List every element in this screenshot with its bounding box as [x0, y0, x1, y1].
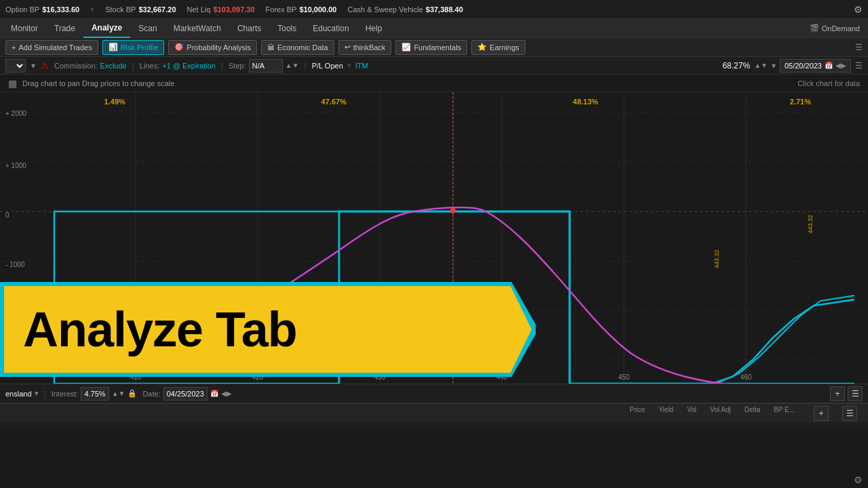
forex-bp: Forex BP $10,000.00 [266, 5, 337, 14]
callout-inner: Analyze Tab [4, 286, 532, 373]
step-field: Step: ▲▼ [229, 59, 298, 73]
menu-col-button[interactable]: ☰ [842, 406, 857, 421]
dropdown-arrow-icon: ▾ [31, 61, 35, 70]
nav-marketwatch[interactable]: MarketWatch [165, 19, 229, 38]
date-picker-button[interactable]: 05/20/2023 📅 ◀▶ [780, 59, 851, 73]
pl-open-label: P/L Open [312, 62, 343, 70]
svg-text:443.32: 443.32 [713, 249, 720, 268]
date-field: Date: 04/25/2023 📅 ◀▶ [142, 387, 231, 401]
menu-row-button[interactable]: ☰ [848, 386, 863, 401]
risk-profile-label: Risk Profile [121, 43, 159, 52]
t2-sep1: | [132, 61, 134, 70]
symbol-select[interactable] [5, 59, 26, 73]
svg-text:450: 450 [618, 373, 630, 381]
percent-value: 68.27% [722, 61, 750, 70]
date-nav-icon: ◀▶ [221, 390, 232, 397]
earnings-button[interactable]: ⭐ Earnings [471, 40, 525, 55]
svg-text:460: 460 [741, 373, 752, 381]
risk-profile-button[interactable]: 📊 Risk Profile [102, 40, 165, 55]
date-bottom-label: Date: [142, 390, 160, 398]
y-label-0: 0 [5, 211, 9, 219]
bottom-toolbar-right: + ☰ [830, 386, 863, 401]
date-cal-icon: 📅 [210, 390, 218, 397]
percent-dropdown: ▾ [772, 61, 776, 70]
settings-bottom-icon[interactable]: ⚙ [854, 474, 863, 485]
price-label: 443.32 [807, 215, 814, 234]
interest-value: 4.75% [81, 387, 108, 401]
y-label-1000: + 1000 [5, 162, 26, 169]
commission-field: Commission: Exclude [54, 62, 127, 70]
option-bp-label: Option BP [5, 5, 39, 14]
nav-education[interactable]: Education [304, 19, 357, 38]
col-yield: Yield [658, 406, 673, 421]
date-bottom-value: 04/25/2023 [163, 387, 208, 401]
interest-field: Interest: 4.75% ▲▼ 🔒 [52, 387, 138, 401]
col-vol-adj: Vol Adj [710, 406, 731, 421]
fundamentals-button[interactable]: 📈 Fundamentals [395, 40, 467, 55]
add-simulated-trades-label: Add Simulated Trades [18, 43, 92, 52]
chart-area[interactable]: 1.49% 47.67% 48.13% 2.71% + 2000 + 1000 … [0, 92, 868, 384]
forex-bp-value: $10,000.00 [299, 5, 336, 14]
toolbar2-menu-icon[interactable]: ☰ [855, 61, 863, 70]
interest-val-text: 4.75% [84, 390, 105, 398]
callout-border: Analyze Tab [0, 282, 536, 377]
econ-icon: 🏛 [267, 43, 275, 52]
add-col-button[interactable]: + [814, 406, 829, 421]
nav-analyze[interactable]: Analyze [83, 19, 130, 38]
step-arrow-icon: ▲▼ [285, 62, 299, 69]
prob-label-4: 2.71% [790, 98, 811, 106]
chart-type-icon: ▦ [8, 78, 17, 89]
stock-bp-value: $32,667.20 [138, 5, 176, 14]
economic-data-label: Economic Data [277, 43, 328, 52]
overlay-text: Analyze Tab [23, 305, 491, 354]
cash-sweep-label: Cash & Sweep Vehicle [347, 5, 422, 14]
top-bar: Option BP $16,333.60 ▾ Stock BP $32,667.… [0, 0, 868, 19]
thinkback-button[interactable]: ↩ thinkBack [338, 40, 392, 55]
lines-value: +1 @ Expiration [162, 62, 216, 70]
warning-icon: ⚠ [41, 60, 49, 70]
net-liq-value: $103,097.30 [213, 5, 254, 14]
t2-sep3: | [304, 61, 307, 70]
settings-icon[interactable]: ⚙ [854, 4, 863, 15]
svg-point-13 [450, 208, 456, 214]
col-delta: Delta [745, 406, 760, 421]
t2-sep4: ▾ [347, 61, 351, 70]
nav-monitor[interactable]: Monitor [3, 19, 46, 38]
symbol-dropdown[interactable]: ▾ [35, 389, 39, 398]
col-price: Price [630, 406, 646, 421]
click-info-text: Click chart for data [797, 79, 860, 87]
option-bp-value: $16,333.60 [42, 5, 79, 14]
prob-label-1: 1.49% [104, 98, 125, 106]
toolbar2: ▾ ⚠ Commission: Exclude | Lines: +1 @ Ex… [0, 57, 868, 75]
t2-sep2: | [221, 61, 223, 70]
calendar-icon: 📅 [825, 62, 833, 69]
drag-text: Drag chart to pan [22, 79, 80, 87]
probability-analysis-button[interactable]: 🎯 Probability Analysis [168, 40, 257, 55]
percent-arrows: ▲▼ [754, 62, 768, 69]
thinkback-label: thinkBack [353, 43, 386, 52]
probability-analysis-label: Probability Analysis [186, 43, 251, 52]
nav-help[interactable]: Help [357, 19, 391, 38]
add-simulated-trades-button[interactable]: + Add Simulated Trades [5, 40, 98, 55]
lines-label: Lines: [140, 62, 159, 70]
symbol-display: ensland ▾ [5, 389, 39, 398]
stock-bp-label: Stock BP [105, 5, 136, 14]
risk-icon: 📊 [108, 43, 118, 52]
prob-icon: 🎯 [174, 43, 184, 52]
add-row-button[interactable]: + [830, 386, 845, 401]
prob-label-3: 48.13% [573, 98, 598, 106]
y-label-minus1000: - 1000 [5, 261, 24, 268]
bottom-section: ensland ▾ | Interest: 4.75% ▲▼ 🔒 Date: 0… [0, 384, 868, 427]
toolbar-menu-icon[interactable]: ☰ [855, 43, 863, 52]
nav-charts[interactable]: Charts [229, 19, 269, 38]
economic-data-button[interactable]: 🏛 Economic Data [261, 40, 334, 55]
nav-scan[interactable]: Scan [130, 19, 165, 38]
toolbar2-right: 68.27% ▲▼ ▾ 05/20/2023 📅 ◀▶ ☰ [722, 59, 863, 73]
earnings-label: Earnings [490, 43, 519, 52]
nav-tools[interactable]: Tools [269, 19, 304, 38]
on-demand[interactable]: 🎬 OnDemand [810, 24, 865, 33]
lock-icon: 🔒 [127, 389, 137, 398]
nav-trade[interactable]: Trade [46, 19, 83, 38]
step-input[interactable] [249, 59, 283, 73]
thinkback-icon: ↩ [344, 43, 351, 52]
